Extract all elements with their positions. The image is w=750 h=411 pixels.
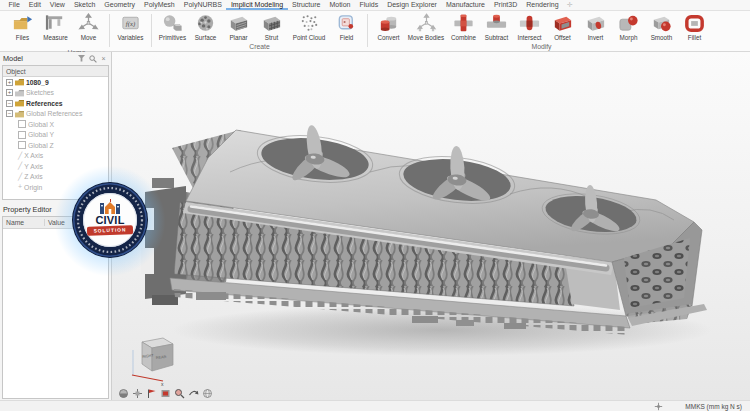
move-bodies-icon <box>415 13 438 33</box>
move-bodies-button[interactable]: Move Bodies <box>405 13 447 41</box>
origin-icon: + <box>18 184 22 190</box>
expander-icon[interactable]: + <box>6 89 13 96</box>
menu-edit[interactable]: Edit <box>24 0 45 10</box>
menu-polymesh[interactable]: PolyMesh <box>140 0 180 10</box>
expander-icon[interactable]: + <box>6 79 13 86</box>
flag-icon[interactable] <box>146 388 157 399</box>
pan-icon[interactable] <box>132 388 143 399</box>
invert-label: Invert <box>588 34 604 41</box>
intersect-button[interactable]: Intersect <box>513 13 546 41</box>
folder-icon <box>15 89 24 97</box>
menu-motion[interactable]: Motion <box>325 0 355 10</box>
subtract-button[interactable]: Subtract <box>480 13 513 41</box>
tree-item-part[interactable]: + 1080_9 <box>3 77 108 88</box>
search-icon[interactable] <box>88 54 97 63</box>
ribbon-group-home: Files Measure Move <box>6 13 147 56</box>
orbit-icon[interactable] <box>118 388 129 399</box>
convert-label: Convert <box>377 34 399 41</box>
logo-inner: CIVIL SOLUTION <box>83 193 137 247</box>
variables-label: Variables <box>118 34 144 41</box>
gpu-model[interactable] <box>112 52 750 400</box>
units-label[interactable]: MMKS (mm kg N s) <box>685 403 742 410</box>
smooth-label: Smooth <box>651 34 673 41</box>
tree-item-global-y[interactable]: Global Y <box>3 130 108 141</box>
menu-sketch[interactable]: Sketch <box>69 0 99 10</box>
move-icon <box>77 13 100 33</box>
measure-label: Measure <box>43 34 68 41</box>
globe-icon[interactable] <box>202 388 213 399</box>
menu-polynurbs[interactable]: PolyNURBS <box>179 0 226 10</box>
combine-button[interactable]: Combine <box>447 13 480 41</box>
morph-button[interactable]: Morph <box>612 13 645 41</box>
measure-icon <box>44 13 67 33</box>
rotate-arrow-icon[interactable] <box>188 388 199 399</box>
files-button[interactable]: Files <box>6 13 39 41</box>
planar-button[interactable]: Planar <box>222 13 255 41</box>
menu-fluids[interactable]: Fluids <box>355 0 383 10</box>
menu-manufacture[interactable]: Manufacture <box>441 0 489 10</box>
ribbon-group-create: Primitives Surface <box>156 13 363 50</box>
menu-design-explorer[interactable]: Design Explorer <box>383 0 442 10</box>
smooth-icon <box>650 13 673 33</box>
move-label: Move <box>81 34 96 41</box>
tree-item-global-x[interactable]: Global X <box>3 119 108 130</box>
smooth-button[interactable]: Smooth <box>645 13 678 41</box>
measure-button[interactable]: Measure <box>39 13 72 41</box>
strut-button[interactable]: Strut <box>255 13 288 41</box>
tree-item-global-z[interactable]: Global Z <box>3 140 108 151</box>
planar-label: Planar <box>229 34 247 41</box>
menu-structure[interactable]: Structure <box>288 0 325 10</box>
logo-banner: SOLUTION <box>87 225 133 235</box>
field-button[interactable]: Field <box>330 13 363 41</box>
variables-button[interactable]: f(x) Variables <box>114 13 147 41</box>
strut-label: Strut <box>265 34 278 41</box>
surface-button[interactable]: Surface <box>189 13 222 41</box>
intersect-label: Intersect <box>517 34 541 41</box>
tree-item-references[interactable]: − References <box>3 98 108 109</box>
point-cloud-button[interactable]: Point Cloud <box>288 13 330 41</box>
strut-icon <box>260 13 283 33</box>
morph-icon <box>617 13 640 33</box>
convert-icon <box>377 13 400 33</box>
viewport-3d[interactable]: RIGHT REAR x <box>112 52 750 400</box>
tree-item-global-references[interactable]: − Global References <box>3 109 108 120</box>
menu-geometry[interactable]: Geometry <box>100 0 140 10</box>
tree-item-x-axis[interactable]: ╱ X Axis <box>3 151 108 162</box>
property-editor-title: Property Editor <box>3 205 52 214</box>
units-icon[interactable] <box>654 397 663 411</box>
point-cloud-label: Point Cloud <box>293 34 326 41</box>
close-icon[interactable]: × <box>99 54 108 63</box>
expander-icon[interactable]: − <box>6 100 13 107</box>
ribbon-toolbar: Files Measure Move <box>0 11 750 52</box>
svg-text:f(x): f(x) <box>126 20 136 28</box>
capture-icon[interactable] <box>160 388 171 399</box>
primitives-button[interactable]: Primitives <box>156 13 189 41</box>
tree-item-sketches[interactable]: + Sketches <box>3 88 108 99</box>
filter-icon[interactable] <box>77 54 86 63</box>
folder-icon <box>15 99 24 107</box>
checkbox-icon[interactable] <box>18 141 26 149</box>
checkbox-icon[interactable] <box>18 120 26 128</box>
offset-button[interactable]: Offset <box>546 13 579 41</box>
menu-file[interactable]: File <box>4 0 24 10</box>
view-cube[interactable]: RIGHT REAR x <box>128 330 186 388</box>
invert-button[interactable]: Invert <box>579 13 612 41</box>
menu-print3d[interactable]: Print3D <box>489 0 521 10</box>
move-bodies-label: Move Bodies <box>408 34 444 41</box>
menu-implicit-modeling[interactable]: Implicit Modeling <box>226 0 287 10</box>
move-button[interactable]: Move <box>72 13 105 41</box>
logo-title: CIVIL <box>95 215 124 225</box>
menu-rendering[interactable]: Rendering <box>522 0 563 10</box>
field-icon <box>335 13 358 33</box>
ribbon-separator <box>151 14 152 47</box>
checkbox-icon[interactable] <box>18 131 26 139</box>
menu-view[interactable]: View <box>45 0 69 10</box>
files-label: Files <box>16 34 29 41</box>
combine-label: Combine <box>451 34 476 41</box>
convert-button[interactable]: Convert <box>372 13 405 41</box>
zoom-icon[interactable] <box>174 388 185 399</box>
model-panel-title: Model <box>3 54 23 63</box>
expander-icon[interactable]: − <box>6 110 13 117</box>
logo-subtitle: SOLUTION <box>94 227 127 233</box>
fillet-button[interactable]: Fillet <box>678 13 711 41</box>
